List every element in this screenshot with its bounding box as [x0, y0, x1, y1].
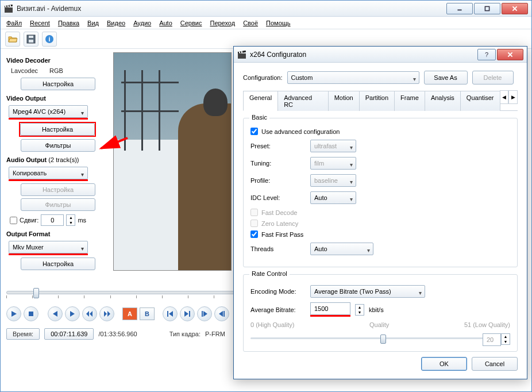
info-button[interactable]: i	[42, 32, 57, 47]
tab-advanced-rc[interactable]: Advanced RC	[277, 91, 329, 111]
minimize-button[interactable]	[446, 3, 473, 14]
avg-bitrate-input[interactable]: 1500	[310, 302, 350, 315]
maximize-button[interactable]	[474, 3, 500, 14]
goto-end-button[interactable]	[180, 306, 195, 321]
tab-analysis[interactable]: Analysis	[425, 91, 461, 111]
video-filters-button[interactable]: Фильтры	[21, 139, 95, 152]
audio-output-label: Audio Output (2 track(s))	[6, 156, 110, 163]
bitrate-spinner[interactable]: ▲▼	[355, 304, 364, 316]
menu-edit[interactable]: Правка	[58, 20, 79, 26]
save-button[interactable]	[24, 32, 38, 47]
shift-input[interactable]: 0	[41, 214, 64, 226]
play-icon	[10, 310, 17, 317]
cancel-button[interactable]: Cancel	[472, 357, 518, 371]
goto-marker-a-button[interactable]	[197, 306, 212, 321]
rgb-label: RGB	[49, 67, 63, 74]
quality-label: Quality	[369, 321, 389, 328]
marker-b-icon	[218, 310, 225, 317]
menu-file[interactable]: Файл	[6, 20, 22, 26]
use-advanced-checkbox[interactable]	[250, 128, 258, 135]
close-button[interactable]	[502, 3, 528, 14]
tab-scroll-right[interactable]: ▶	[508, 90, 518, 104]
next-keyframe-button[interactable]	[99, 306, 114, 321]
enc-mode-label: Encoding Mode:	[250, 288, 306, 295]
audio-output-value: Копировать	[13, 170, 47, 176]
enc-mode-select[interactable]: Average Bitrate (Two Pass)	[310, 285, 425, 298]
menu-go[interactable]: Переход	[210, 20, 235, 26]
tab-scroll-left[interactable]: ◀	[500, 90, 509, 104]
rate-control-group: Rate Control Encoding Mode:Average Bitra…	[243, 274, 518, 352]
video-output-select[interactable]: Mpeg4 AVC (x264)	[9, 105, 88, 118]
frame-type-label: Тип кадра:	[169, 330, 201, 337]
save-as-button[interactable]: Save As	[424, 71, 468, 84]
menu-help[interactable]: Помощь	[266, 20, 291, 26]
menu-custom[interactable]: Своё	[243, 20, 258, 26]
tabs: General Advanced RC Motion Partition Fra…	[243, 90, 518, 111]
idc-select[interactable]: Auto	[310, 191, 356, 204]
quality-low-label: 51 (Low Quality)	[464, 321, 510, 328]
fast-first-pass-label: Fast First Pass	[261, 231, 303, 238]
x264-config-dialog: x264 Configuraton ? Configuration: Custo…	[233, 46, 527, 379]
video-output-config-button[interactable]: Настройка	[20, 123, 95, 136]
svg-rect-15	[167, 311, 168, 317]
basic-legend: Basic	[249, 114, 269, 121]
prev-keyframe-button[interactable]	[82, 306, 97, 321]
mark-b-button[interactable]: B	[140, 308, 155, 320]
threads-select[interactable]: Auto	[310, 243, 373, 255]
play-button[interactable]	[6, 306, 21, 321]
shift-spinner[interactable]: ▲▼	[66, 214, 75, 226]
menu-auto[interactable]: Auto	[159, 20, 172, 26]
time-value[interactable]: 00:07:11.639	[44, 328, 94, 340]
shift-checkbox[interactable]	[10, 217, 17, 224]
video-decoder-label: Video Decoder	[6, 57, 110, 64]
info-icon: i	[44, 34, 55, 44]
fast-decode-checkbox	[250, 209, 258, 216]
tab-partition[interactable]: Partition	[359, 91, 395, 111]
dialog-help-button[interactable]: ?	[477, 49, 496, 60]
configuration-select[interactable]: Custom	[287, 71, 419, 84]
tab-frame[interactable]: Frame	[394, 91, 425, 111]
basic-group: Basic Use advanced configuration Preset:…	[243, 118, 518, 267]
next-frame-button[interactable]	[65, 306, 80, 321]
output-format-select[interactable]: Mkv Muxer	[9, 241, 88, 253]
fast-first-pass-checkbox[interactable]	[250, 230, 258, 238]
quality-value: 20	[483, 333, 501, 346]
prev-frame-button[interactable]	[48, 306, 63, 321]
kbits-label: kbit/s	[369, 306, 384, 313]
menu-tools[interactable]: Сервис	[180, 20, 202, 26]
skip-back-icon	[86, 310, 93, 317]
profile-label: Profile:	[250, 177, 306, 184]
tab-quantiser[interactable]: Quantiser	[460, 91, 500, 111]
open-button[interactable]	[5, 32, 20, 47]
decoder-config-button[interactable]: Настройка	[21, 78, 95, 90]
tab-general[interactable]: General	[243, 91, 278, 111]
svg-rect-0	[5, 7, 13, 13]
svg-rect-18	[223, 311, 225, 317]
app-icon	[4, 4, 13, 13]
rate-legend: Rate Control	[249, 270, 290, 277]
mark-a-button[interactable]: A	[122, 308, 137, 320]
next-icon	[69, 310, 76, 317]
menu-view[interactable]: Вид	[87, 20, 99, 26]
ok-button[interactable]: OK	[421, 357, 467, 371]
audio-config-button: Настройка	[21, 183, 95, 196]
dialog-titlebar: x264 Configuraton ?	[234, 47, 527, 63]
output-format-label: Output Format	[6, 230, 110, 237]
frame-type-value: P-FRM	[205, 330, 225, 337]
quality-slider: 20 ▲▼	[250, 332, 510, 344]
menu-audio[interactable]: Аудио	[133, 20, 151, 26]
audio-output-select[interactable]: Копировать	[9, 167, 88, 179]
format-config-button[interactable]: Настройка	[21, 258, 95, 270]
menu-recent[interactable]: Recent	[30, 20, 50, 26]
goto-marker-b-button[interactable]	[214, 306, 229, 321]
timeline-thumb[interactable]	[33, 288, 39, 298]
skip-fwd-icon	[103, 310, 110, 317]
stop-button[interactable]	[24, 306, 38, 321]
tab-motion[interactable]: Motion	[328, 91, 360, 111]
threads-label: Threads	[250, 245, 306, 252]
dialog-close-button[interactable]	[497, 49, 523, 60]
goto-start-button[interactable]	[163, 306, 178, 321]
menu-video[interactable]: Видео	[107, 20, 125, 26]
dialog-title: x264 Configuraton	[250, 51, 476, 59]
video-output-label: Video Output	[6, 95, 110, 102]
